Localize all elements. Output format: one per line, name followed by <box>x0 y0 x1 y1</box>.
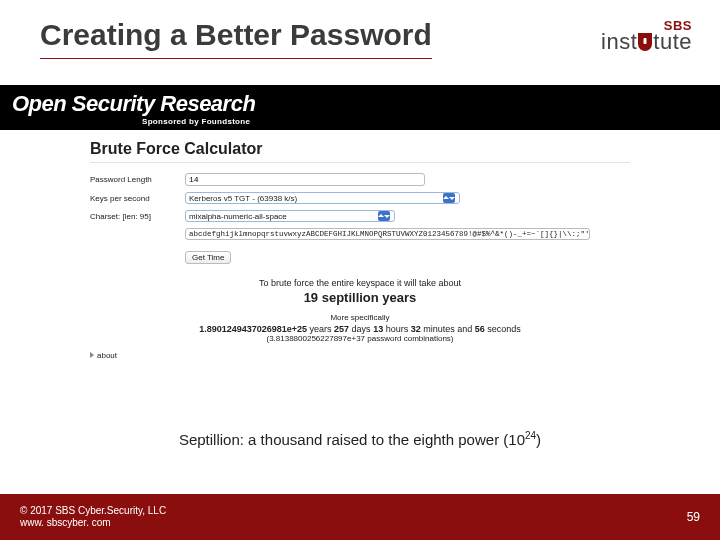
result-bold: 19 septillion years <box>90 290 630 305</box>
charset-value-input[interactable]: abcdefghijklmnopqrstuvwxyzABCDEFGHIJKLMN… <box>185 228 590 240</box>
charset-label: Charset: [len: 95] <box>90 212 185 221</box>
logo-institute-text: insttute <box>601 32 692 52</box>
combinations-count: (3.8138800256227897e+37 password combina… <box>90 334 630 343</box>
keys-per-second-value: Kerberos v5 TGT - (63938 k/s) <box>189 194 443 203</box>
page-title: Creating a Better Password <box>40 18 432 59</box>
about-toggle[interactable]: about <box>90 351 630 360</box>
osr-banner: Open Security Research Sponsored by Foun… <box>0 85 720 130</box>
septillion-definition: Septillion: a thousand raised to the eig… <box>0 430 720 448</box>
result-intro: To brute force the entire keyspace it wi… <box>90 278 630 288</box>
keys-per-second-label: Keys per second <box>90 194 185 203</box>
chevron-updown-icon <box>443 193 455 203</box>
calculator-heading: Brute Force Calculator <box>90 140 630 158</box>
sbs-institute-logo: SBS insttute <box>601 18 692 51</box>
osr-title: Open Security Research <box>12 91 720 117</box>
charset-select[interactable]: mixalpha-numeric-all-space <box>185 210 395 222</box>
copyright: © 2017 SBS Cyber.Security, LLC <box>20 505 166 518</box>
osr-sponsor: Sponsored by Foundstone <box>12 117 720 126</box>
chevron-right-icon <box>90 352 94 358</box>
password-length-input[interactable] <box>185 173 425 186</box>
shield-icon <box>638 33 652 51</box>
password-length-label: Password Length <box>90 175 185 184</box>
chevron-updown-icon <box>378 211 390 221</box>
footer-url: www. sbscyber. com <box>20 517 166 530</box>
charset-select-value: mixalpha-numeric-all-space <box>189 212 378 221</box>
footer: © 2017 SBS Cyber.Security, LLC www. sbsc… <box>0 494 720 540</box>
keys-per-second-select[interactable]: Kerberos v5 TGT - (63938 k/s) <box>185 192 460 204</box>
specific-time: 1.8901249437026981e+25 years 257 days 13… <box>90 324 630 334</box>
more-specifically-label: More specifically <box>90 313 630 322</box>
page-number: 59 <box>687 510 700 524</box>
divider <box>90 162 630 163</box>
get-time-button[interactable]: Get Time <box>185 251 231 264</box>
